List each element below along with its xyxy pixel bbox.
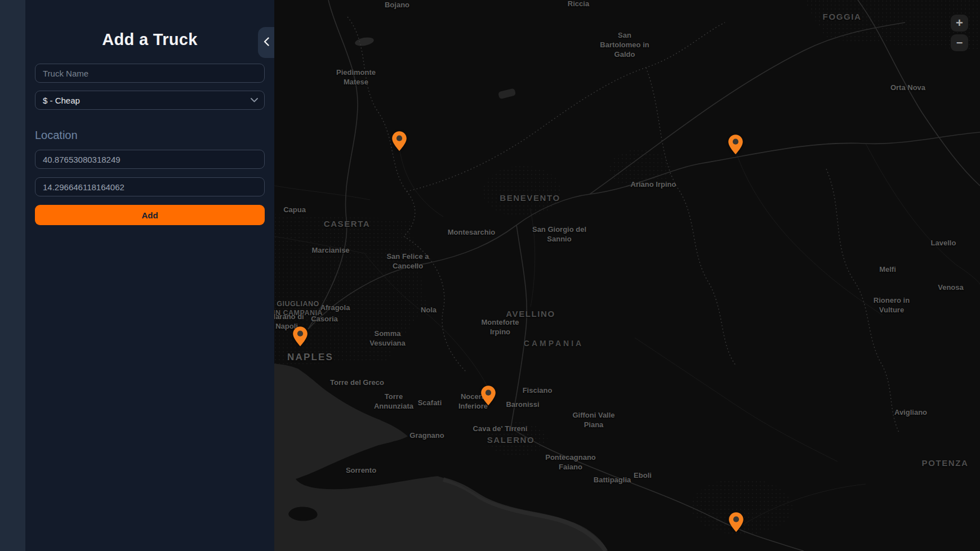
- price-select-wrap: $ - Cheap: [35, 91, 265, 110]
- map-marker[interactable]: [391, 131, 407, 151]
- longitude-input[interactable]: [35, 177, 265, 196]
- add-truck-sidebar: Add a Truck $ - Cheap Location Add: [0, 0, 274, 551]
- page-title: Add a Truck: [35, 29, 265, 50]
- map-marker[interactable]: [480, 385, 496, 406]
- chevron-down-icon: [251, 98, 258, 102]
- sidebar-collapse-button[interactable]: [258, 27, 274, 58]
- price-select-value: $ - Cheap: [43, 96, 80, 105]
- zoom-out-button[interactable]: −: [951, 34, 968, 51]
- map-marker[interactable]: [728, 512, 744, 532]
- app-window: Add a Truck $ - Cheap Location Add: [0, 0, 980, 551]
- truck-name-input[interactable]: [35, 64, 265, 83]
- add-truck-form: Add a Truck $ - Cheap Location Add: [35, 0, 265, 225]
- location-heading: Location: [35, 128, 265, 142]
- map-zoom-controls: + −: [951, 15, 968, 51]
- map-base-layer: [274, 0, 980, 551]
- zoom-in-button[interactable]: +: [951, 15, 968, 32]
- map-canvas[interactable]: BojanoRicciaFOGGIASan Bartolomeo in Gald…: [274, 0, 980, 551]
- add-button[interactable]: Add: [35, 205, 265, 225]
- latitude-input[interactable]: [35, 150, 265, 169]
- chevron-left-icon: [264, 37, 269, 48]
- price-select[interactable]: $ - Cheap: [35, 91, 265, 110]
- map-marker[interactable]: [728, 134, 743, 155]
- map-marker[interactable]: [292, 326, 308, 347]
- sidebar-rail: [0, 0, 25, 551]
